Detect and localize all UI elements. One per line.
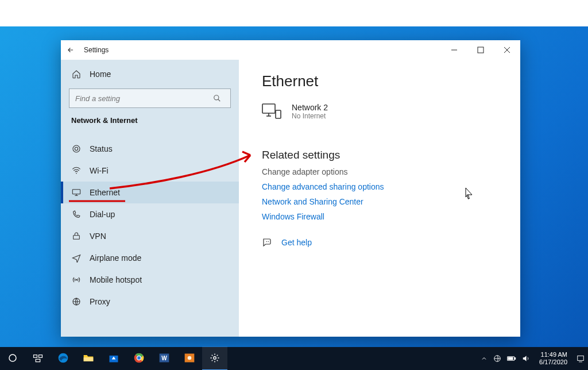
sidebar-home[interactable]: Home: [61, 63, 239, 85]
close-button[interactable]: [494, 40, 520, 60]
sidebar-item-airplane[interactable]: Airplane mode: [61, 247, 239, 269]
svg-rect-13: [262, 104, 275, 113]
tray-chevron-icon[interactable]: [481, 355, 488, 362]
link-advanced-sharing[interactable]: Change advanced sharing options: [262, 182, 520, 191]
sidebar-item-label: Dial-up: [90, 210, 115, 219]
clock-date: 6/17/2020: [539, 359, 567, 366]
wifi-icon: [71, 165, 82, 176]
svg-rect-1: [478, 47, 483, 53]
network-pc-icon: [262, 103, 281, 120]
svg-rect-22: [34, 355, 37, 358]
svg-rect-42: [508, 357, 513, 360]
network-status: No Internet: [292, 112, 328, 120]
dialup-icon: [71, 209, 82, 219]
svg-rect-43: [578, 356, 584, 360]
search-input[interactable]: [69, 94, 213, 103]
vpn-icon: [71, 231, 82, 241]
word-icon: W: [158, 352, 170, 364]
ethernet-icon: [71, 187, 82, 198]
task-view-icon: [33, 353, 43, 363]
svg-text:W: W: [161, 355, 167, 361]
tray-battery-icon[interactable]: [507, 355, 516, 362]
home-icon: [71, 69, 82, 79]
status-icon: [71, 144, 82, 154]
sidebar-item-vpn[interactable]: VPN: [61, 225, 239, 247]
svg-point-17: [268, 241, 269, 242]
sidebar-item-label: Status: [90, 144, 113, 153]
link-change-adapter[interactable]: Change adapter options: [262, 167, 520, 176]
sidebar-item-label: Proxy: [90, 297, 110, 306]
sidebar-category: Network & Internet: [61, 113, 239, 130]
sidebar-item-status[interactable]: Status: [61, 138, 239, 160]
link-network-center[interactable]: Network and Sharing Center: [262, 197, 520, 206]
titlebar: Settings: [61, 40, 520, 60]
taskbar: W 11:49 AM 6/17/2: [0, 347, 588, 370]
link-get-help[interactable]: Get help: [281, 238, 312, 247]
svg-point-21: [9, 354, 16, 361]
sidebar-item-label: Mobile hotspot: [90, 275, 142, 284]
sidebar: Home Network & Internet Status: [61, 60, 239, 337]
desktop: Settings Home: [0, 0, 588, 370]
taskbar-app-word[interactable]: W: [152, 346, 177, 369]
related-settings-heading: Related settings: [262, 149, 520, 161]
svg-rect-23: [39, 355, 42, 358]
svg-rect-16: [276, 110, 281, 118]
folder-icon: [83, 352, 94, 364]
minimize-button[interactable]: [441, 40, 467, 60]
taskbar-app-settings[interactable]: [202, 346, 227, 370]
svg-point-18: [266, 241, 268, 242]
close-icon: [504, 47, 510, 53]
taskbar-app-edge[interactable]: [51, 346, 76, 369]
svg-rect-7: [72, 190, 80, 194]
minimize-icon: [451, 47, 458, 53]
settings-window: Settings Home: [61, 40, 520, 337]
svg-point-11: [76, 279, 78, 281]
svg-point-4: [73, 145, 80, 152]
svg-rect-24: [36, 359, 40, 362]
clock-time: 11:49 AM: [539, 351, 567, 359]
taskbar-clock[interactable]: 11:49 AM 6/17/2020: [536, 351, 571, 366]
sidebar-item-hotspot[interactable]: Mobile hotspot: [61, 269, 239, 291]
tray-notifications-icon[interactable]: [577, 354, 585, 363]
sidebar-item-ethernet[interactable]: Ethernet: [61, 182, 239, 203]
svg-point-37: [188, 356, 192, 360]
network-name: Network 2: [292, 103, 328, 112]
svg-rect-10: [74, 236, 80, 240]
content-pane: Ethernet Network 2 No Internet Related s…: [239, 60, 520, 337]
tray-network-icon[interactable]: [493, 354, 501, 363]
orange-app-icon: [184, 352, 195, 364]
airplane-icon: [71, 253, 82, 263]
sidebar-item-wifi[interactable]: Wi-Fi: [61, 160, 239, 182]
edge-icon: [57, 352, 69, 364]
svg-line-3: [218, 99, 220, 102]
svg-point-33: [137, 356, 141, 360]
frame-topstrip: [0, 0, 588, 26]
task-view-button[interactable]: [25, 346, 51, 369]
hotspot-icon: [71, 275, 82, 285]
sidebar-item-label: Wi-Fi: [90, 166, 109, 175]
search-box[interactable]: [69, 88, 231, 108]
proxy-icon: [71, 296, 82, 307]
taskbar-app-store[interactable]: [101, 346, 126, 369]
taskbar-app-explorer[interactable]: [76, 346, 101, 369]
start-button[interactable]: [0, 346, 25, 369]
svg-point-6: [76, 173, 77, 174]
svg-rect-41: [514, 358, 515, 360]
tray-volume-icon[interactable]: [522, 354, 530, 363]
sidebar-item-proxy[interactable]: Proxy: [61, 291, 239, 313]
back-button[interactable]: [61, 40, 80, 60]
link-firewall[interactable]: Windows Firewall: [262, 212, 520, 221]
taskbar-app-unknown[interactable]: [177, 346, 202, 369]
window-title: Settings: [84, 46, 109, 54]
store-icon: [108, 352, 119, 364]
search-icon: [213, 94, 230, 102]
taskbar-app-chrome[interactable]: [126, 346, 152, 369]
search-ring-icon: [7, 353, 18, 363]
sidebar-item-dialup[interactable]: Dial-up: [61, 203, 239, 225]
help-icon: [262, 237, 272, 248]
svg-point-2: [214, 95, 219, 100]
network-row[interactable]: Network 2 No Internet: [262, 103, 520, 120]
gear-icon: [210, 353, 220, 363]
system-tray[interactable]: 11:49 AM 6/17/2020: [481, 351, 588, 366]
maximize-button[interactable]: [467, 40, 494, 60]
